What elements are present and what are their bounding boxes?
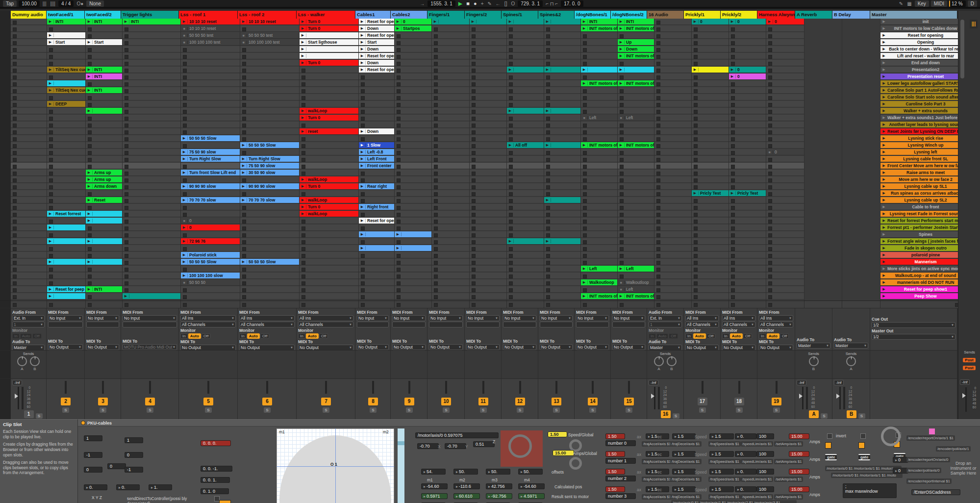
empty-clip-slot[interactable] [432,94,469,101]
clip-stop-button[interactable] [397,268,401,272]
empty-clip-slot[interactable] [654,74,691,80]
empty-clip-slot[interactable] [86,163,122,169]
clip-slot[interactable]: ▶ [544,197,580,203]
empty-clip-slot[interactable] [544,183,580,190]
empty-clip-slot[interactable] [300,266,358,272]
clip-stop-button[interactable] [49,254,53,258]
empty-clip-slot[interactable] [581,135,617,142]
input-channel-chooser[interactable] [357,322,389,327]
solo-button[interactable]: S [323,407,329,413]
clip-stop-button[interactable] [183,247,187,251]
empty-clip-slot[interactable] [507,204,544,210]
clip-slot[interactable]: ■50 50 50 [181,279,240,286]
vector-button[interactable]: 0 [84,467,102,473]
empty-clip-slot[interactable] [692,266,729,272]
clip-slot[interactable]: ▶INTI [47,19,85,25]
clip-stop-button[interactable] [397,69,401,73]
clip-slot[interactable]: ▶Turn 0 [300,204,358,210]
clip-stop-button[interactable] [88,151,92,155]
clip-stop-button[interactable] [656,185,660,189]
master-fader-track[interactable] [965,387,967,412]
clip-slot[interactable]: ▶INIT motors off [581,80,617,87]
key-map-button[interactable]: Key [915,0,929,7]
empty-clip-slot[interactable] [240,67,299,73]
output-type-chooser[interactable]: No Output▼ [576,344,609,350]
clip-stop-button[interactable] [620,261,624,265]
clip-stop-button[interactable] [13,295,17,299]
clip-stop-button[interactable] [88,137,92,141]
empty-clip-slot[interactable] [359,170,394,176]
clip-stop-button[interactable] [242,151,246,155]
clip-stop-button[interactable] [242,96,246,100]
empty-clip-slot[interactable] [11,74,47,80]
input-channel-chooser[interactable] [576,322,609,327]
clip-stop-button[interactable] [472,124,476,127]
scene-row[interactable]: ▶Reset for peep show1 [880,286,968,293]
empty-clip-slot[interactable] [432,46,469,52]
clip-stop-button[interactable] [656,55,660,59]
clip-stop-button[interactable] [397,34,401,38]
vector-display[interactable]: 0. 0. -1. [201,466,232,472]
clip-stop-button[interactable] [509,27,513,31]
stop-all-clips-button[interactable] [656,303,660,307]
clip-stop-button[interactable] [656,110,660,114]
clip-slot[interactable]: ■Left [618,286,654,293]
empty-clip-slot[interactable] [729,25,766,32]
output-type-chooser[interactable]: No Output▼ [86,344,119,350]
empty-clip-slot[interactable] [395,149,431,155]
empty-clip-slot[interactable] [47,122,85,128]
empty-clip-slot[interactable] [544,39,580,46]
clip-stop-button[interactable] [13,261,17,265]
clip-play-icon[interactable]: ▶ [86,20,93,24]
clip-stop-button[interactable] [768,172,772,176]
monitor-auto-button[interactable]: Auto [656,333,668,339]
empty-clip-slot[interactable] [395,279,431,286]
clip-stop-button[interactable] [434,82,438,86]
input-type-chooser[interactable]: No Input▼ [503,315,536,321]
scene-row[interactable]: ▶mannerism old DO NOT RUN [880,279,968,286]
scene-launch-icon[interactable]: ▶ [880,253,887,257]
clip-stop-button[interactable] [656,75,660,79]
monitor-off-button[interactable]: Off [201,333,211,339]
scene-row[interactable]: ▶Lysning stick rise [880,135,968,142]
clip-slot[interactable]: ▶70 70 70 slow [240,197,299,203]
clip-slot[interactable]: ▶100 100 100 slow [181,273,240,279]
clip-slot[interactable]: ▶walkLoop [300,176,358,183]
empty-clip-slot[interactable] [432,101,469,107]
clip-stop-button[interactable] [509,41,513,45]
clip-play-icon[interactable]: ▶ [47,239,54,243]
output-type-chooser[interactable]: No Output▼ [612,344,645,350]
empty-clip-slot[interactable] [507,245,544,252]
clip-stop-button[interactable] [472,185,476,189]
empty-clip-slot[interactable] [766,163,804,169]
empty-clip-slot[interactable] [729,149,766,155]
clip-stop-button[interactable] [434,206,438,210]
empty-clip-slot[interactable] [470,32,506,39]
clip-play-icon[interactable]: ▶ [240,184,247,188]
clip-stop-button[interactable] [125,213,128,217]
track-activator[interactable]: 14 [588,398,598,405]
clip-stop-button[interactable] [125,233,128,237]
clip-stop-icon[interactable]: ■ [240,41,247,44]
clip-slot[interactable]: ■Left [618,115,654,121]
empty-clip-slot[interactable] [692,108,729,114]
clip-stop-button[interactable] [768,96,772,100]
clip-stop-button[interactable] [731,233,735,237]
clip-stop-button[interactable] [694,240,698,244]
empty-clip-slot[interactable] [432,273,469,279]
clip-play-icon[interactable]: ▶ [300,116,306,120]
clip-stop-button[interactable] [242,62,246,66]
clip-stop-button[interactable] [583,247,587,251]
clip-slot[interactable]: ▶Startpos [395,25,431,32]
empty-clip-slot[interactable] [544,252,580,258]
clip-slot[interactable]: ▶ [86,218,122,224]
clip-slot[interactable]: ▶Start [47,39,85,46]
scene-row[interactable]: ▶init [880,19,968,25]
track-header[interactable]: /dogNBones/2 [611,11,647,19]
vector-button[interactable]: 0 [107,463,126,469]
clip-stop-button[interactable] [768,158,772,162]
clip-play-icon[interactable]: ▶ [359,157,366,161]
clip-stop-button[interactable] [620,137,624,141]
track-header[interactable]: Trigger lights [121,11,179,19]
empty-clip-slot[interactable] [47,245,85,252]
